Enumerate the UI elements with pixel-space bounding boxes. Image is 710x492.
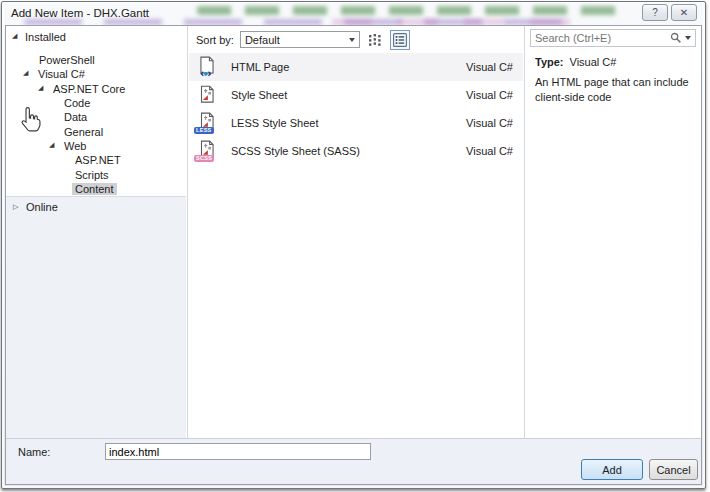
less-style-sheet-icon: LESS — [198, 112, 220, 134]
tree-node-label: Installed — [25, 31, 66, 43]
tree-node-visual-csharp[interactable]: ◢ Visual C# — [6, 67, 186, 81]
tree-node-online[interactable]: ▷ Online — [6, 197, 186, 213]
template-row-scss-style-sheet[interactable]: SCSS SCSS Style Sheet (SASS) Visual C# — [189, 137, 523, 165]
tree-node-label: Online — [26, 201, 58, 213]
template-name: LESS Style Sheet — [231, 117, 466, 129]
caption-buttons: ? ✕ — [642, 4, 697, 21]
cancel-button[interactable]: Cancel — [649, 459, 698, 480]
chevron-down-icon — [349, 38, 355, 42]
tree-node-label: ASP.NET — [72, 154, 124, 166]
template-type: Visual C# — [466, 89, 513, 101]
chevron-down-icon — [685, 36, 691, 40]
tree-node-label: General — [61, 126, 106, 138]
tree-node-content-selected[interactable]: Content — [6, 182, 186, 196]
search-box — [530, 29, 696, 47]
expanded-arrow-icon: ◢ — [23, 69, 31, 77]
tree-node-label: Data — [61, 111, 90, 123]
detail-panel: Type: Visual C# An HTML page that can in… — [524, 26, 701, 438]
scss-style-sheet-icon: SCSS — [198, 140, 220, 162]
collapsed-arrow-icon: ▷ — [13, 203, 21, 211]
tree-node-general[interactable]: General — [6, 124, 186, 138]
tree-node-label: Content — [72, 183, 117, 195]
category-panel: ◢ Installed PowerShell ◢ Visual C# ◢ ASP… — [6, 26, 188, 438]
help-button[interactable]: ? — [642, 4, 668, 21]
background-blur-code — [197, 6, 627, 15]
search-controls[interactable] — [670, 32, 691, 44]
list-view-button-selected[interactable] — [390, 30, 410, 50]
tree-node-scripts[interactable]: Scripts — [6, 167, 186, 181]
grid-icon — [369, 34, 381, 46]
add-new-item-dialog: Add New Item - DHX.Gantt ? ✕ ◢ Installed… — [1, 1, 706, 489]
tree-node-label: Code — [61, 97, 93, 109]
search-input[interactable] — [531, 32, 670, 44]
template-panel: Sort by: Default — [189, 26, 523, 438]
sort-toolbar: Sort by: Default — [189, 26, 523, 53]
titlebar[interactable]: Add New Item - DHX.Gantt ? ✕ — [2, 2, 705, 25]
search-icon — [670, 32, 682, 44]
expanded-arrow-icon: ◢ — [12, 32, 20, 40]
tree-node-web[interactable]: ◢ Web — [6, 139, 186, 153]
tree-node-installed[interactable]: ◢ Installed — [12, 31, 66, 43]
sort-by-dropdown[interactable]: Default — [240, 31, 360, 48]
template-row-style-sheet[interactable]: Style Sheet Visual C# — [189, 81, 523, 109]
html-page-icon — [198, 56, 220, 78]
scss-badge: SCSS — [194, 155, 214, 163]
tree-node-powershell[interactable]: PowerShell — [6, 53, 186, 67]
type-label: Type: — [535, 56, 564, 68]
expanded-arrow-icon: ◢ — [38, 84, 46, 92]
tree-node-data[interactable]: Data — [6, 110, 186, 124]
sort-by-label: Sort by: — [196, 34, 234, 46]
footer-bar: Name: Add Cancel — [6, 438, 701, 484]
tree-node-aspnet-core[interactable]: ◢ ASP.NET Core — [6, 82, 186, 96]
template-type: Visual C# — [466, 117, 513, 129]
footer-buttons: Add Cancel — [581, 459, 698, 480]
close-button[interactable]: ✕ — [671, 4, 697, 21]
tree-node-aspnet[interactable]: ASP.NET — [6, 153, 186, 167]
category-tree: PowerShell ◢ Visual C# ◢ ASP.NET Core Co… — [6, 53, 186, 196]
tree-node-label: ASP.NET Core — [50, 83, 128, 95]
template-row-less-style-sheet[interactable]: LESS LESS Style Sheet Visual C# — [189, 109, 523, 137]
add-button[interactable]: Add — [581, 459, 643, 480]
style-sheet-icon — [198, 84, 220, 106]
sort-by-value: Default — [245, 34, 349, 46]
list-icon — [393, 33, 407, 47]
dialog-client-area: ◢ Installed PowerShell ◢ Visual C# ◢ ASP… — [5, 25, 702, 485]
template-row-html-page[interactable]: HTML Page Visual C# — [189, 53, 523, 81]
template-name: HTML Page — [231, 61, 466, 73]
template-name: SCSS Style Sheet (SASS) — [231, 145, 466, 157]
template-name: Style Sheet — [231, 89, 466, 101]
tree-node-label: Scripts — [72, 169, 112, 181]
tree-node-label: Visual C# — [35, 68, 88, 80]
less-badge: LESS — [194, 127, 214, 135]
tree-node-label: Web — [61, 140, 89, 152]
background-blur-code — [332, 19, 572, 25]
template-description: An HTML page that can include client-sid… — [535, 75, 699, 105]
tree-node-label: PowerShell — [36, 54, 98, 66]
tree-node-code[interactable]: Code — [6, 96, 186, 110]
expanded-arrow-icon: ◢ — [49, 141, 57, 149]
name-input[interactable] — [105, 443, 371, 460]
template-type: Visual C# — [466, 145, 513, 157]
template-type: Visual C# — [466, 61, 513, 73]
name-label: Name: — [18, 446, 50, 458]
window-title: Add New Item - DHX.Gantt — [11, 7, 149, 19]
type-value: Visual C# — [570, 56, 617, 68]
online-section: ▷ Online — [6, 196, 186, 438]
small-icons-view-button[interactable] — [365, 30, 385, 50]
template-detail: Type: Visual C# An HTML page that can in… — [535, 56, 693, 105]
template-list: HTML Page Visual C# Style Sheet — [189, 53, 523, 165]
